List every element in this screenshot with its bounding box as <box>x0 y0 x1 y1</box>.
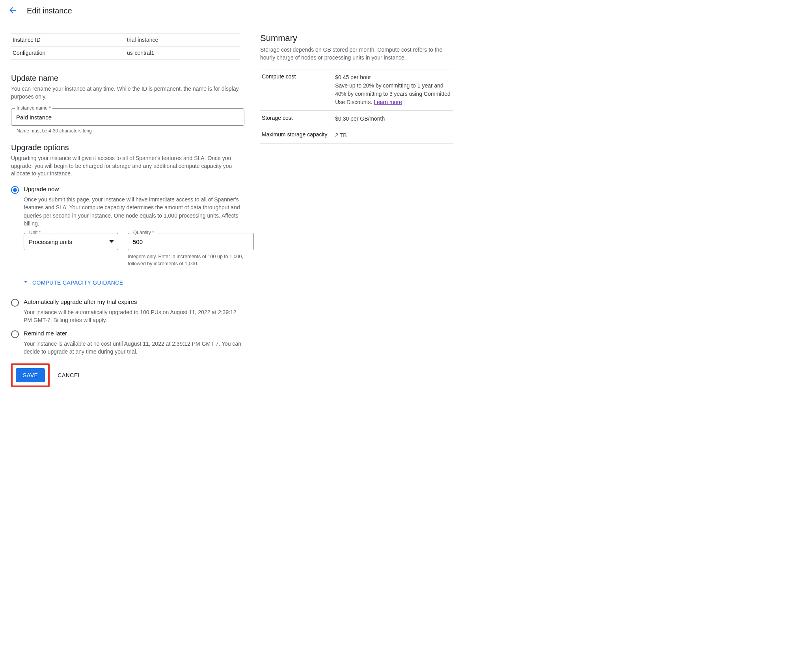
learn-more-link[interactable]: Learn more <box>374 99 402 105</box>
chevron-down-icon <box>22 278 29 287</box>
instance-name-field: Instance name * <box>11 108 244 126</box>
instance-name-label: Instance name * <box>15 105 52 111</box>
radio-upgrade-now-desc: Once you submit this page, your instance… <box>24 196 244 227</box>
compute-capacity-guidance-toggle[interactable]: COMPUTE CAPACITY GUIDANCE <box>22 278 244 287</box>
instance-name-input[interactable] <box>11 108 244 126</box>
compute-cost-value: $0.45 per hour Save up to 20% by committ… <box>333 69 453 110</box>
quantity-input[interactable] <box>128 233 254 250</box>
unit-select[interactable]: Processing units <box>24 233 118 250</box>
summary-desc: Storage cost depends on GB stored per mo… <box>260 46 453 62</box>
upgrade-options-desc: Upgrading your instance will give it acc… <box>11 155 244 178</box>
configuration-label: Configuration <box>11 47 125 60</box>
radio-remind-later-label: Remind me later <box>24 330 67 337</box>
instance-id-value: trial-instance <box>125 34 240 47</box>
summary-title: Summary <box>260 33 453 43</box>
radio-dot-icon <box>13 188 17 192</box>
quantity-hint: Integers only. Enter in increments of 10… <box>128 253 250 267</box>
storage-cost-label: Storage cost <box>260 110 333 127</box>
radio-upgrade-now[interactable] <box>11 186 19 194</box>
radio-auto-upgrade-label: Automatically upgrade after my trial exp… <box>24 298 137 305</box>
back-arrow-icon[interactable] <box>8 6 17 16</box>
radio-remind-later[interactable] <box>11 330 19 338</box>
update-name-desc: You can rename your instance at any time… <box>11 85 244 101</box>
instance-info-table: Instance ID trial-instance Configuration… <box>11 33 240 60</box>
cancel-button[interactable]: CANCEL <box>58 372 81 378</box>
save-button-highlight: SAVE <box>11 363 50 387</box>
compute-cost-label: Compute cost <box>260 69 333 110</box>
instance-id-label: Instance ID <box>11 34 125 47</box>
radio-upgrade-now-label: Upgrade now <box>24 186 59 192</box>
page-title: Edit instance <box>27 6 72 15</box>
row-configuration: Configuration us-central1 <box>11 47 240 60</box>
compute-cost-amount: $0.45 per hour <box>335 74 371 80</box>
row-instance-id: Instance ID trial-instance <box>11 34 240 47</box>
caret-down-icon <box>109 238 114 245</box>
instance-name-hint: Name must be 4-30 characters long <box>17 128 244 134</box>
max-storage-value: 2 TB <box>333 127 453 143</box>
page-header: Edit instance <box>0 0 812 22</box>
row-max-storage: Maximum storage capacity 2 TB <box>260 127 453 143</box>
unit-value: Processing units <box>29 238 72 245</box>
quantity-label: Quantity * <box>132 230 156 235</box>
row-storage-cost: Storage cost $0.30 per GB/month <box>260 110 453 127</box>
update-name-title: Update name <box>11 74 244 83</box>
max-storage-label: Maximum storage capacity <box>260 127 333 143</box>
storage-cost-value: $0.30 per GB/month <box>333 110 453 127</box>
radio-auto-upgrade-desc: Your instance will be automatically upgr… <box>24 308 244 324</box>
save-button[interactable]: SAVE <box>16 368 45 382</box>
guidance-label: COMPUTE CAPACITY GUIDANCE <box>32 279 123 286</box>
summary-table: Compute cost $0.45 per hour Save up to 2… <box>260 69 453 144</box>
configuration-value: us-central1 <box>125 47 240 60</box>
row-compute-cost: Compute cost $0.45 per hour Save up to 2… <box>260 69 453 110</box>
radio-remind-later-desc: Your instance is available at no cost un… <box>24 340 244 356</box>
upgrade-options-title: Upgrade options <box>11 143 244 152</box>
radio-auto-upgrade[interactable] <box>11 299 19 307</box>
